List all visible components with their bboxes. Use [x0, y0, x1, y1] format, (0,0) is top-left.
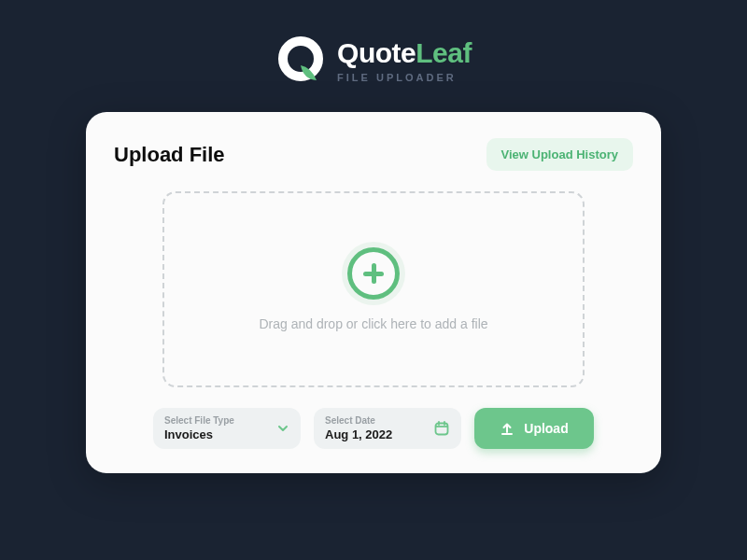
upload-button-label: Upload	[524, 421, 568, 436]
svg-point-0	[283, 41, 318, 77]
chevron-down-icon	[276, 422, 289, 435]
file-dropzone[interactable]: Drag and drop or click here to add a fil…	[162, 191, 585, 387]
view-history-button[interactable]: View Upload History	[486, 138, 633, 171]
controls-row: Select File Type Invoices Select Date Au…	[114, 408, 633, 449]
file-type-select[interactable]: Select File Type Invoices	[153, 408, 301, 449]
date-value: Aug 1, 2022	[325, 427, 392, 441]
svg-rect-1	[436, 424, 448, 435]
brand-name-a: Quote	[337, 37, 416, 68]
file-type-label: Select File Type	[164, 415, 234, 426]
brand-header: QuoteLeaf FILE UPLOADER	[275, 35, 472, 86]
dropzone-instruction: Drag and drop or click here to add a fil…	[259, 316, 487, 331]
brand-name-b: Leaf	[416, 37, 472, 68]
file-type-value: Invoices	[164, 427, 234, 441]
upload-card: Upload File View Upload History Drag and…	[86, 112, 661, 473]
quoteleaf-logo-icon	[275, 35, 326, 86]
calendar-icon	[433, 420, 450, 437]
date-select[interactable]: Select Date Aug 1, 2022	[314, 408, 461, 449]
page-title: Upload File	[114, 143, 225, 167]
date-label: Select Date	[325, 415, 392, 426]
plus-circle-icon	[347, 247, 400, 300]
upload-button[interactable]: Upload	[474, 408, 594, 449]
brand-subtitle: FILE UPLOADER	[337, 73, 472, 83]
card-header: Upload File View Upload History	[114, 138, 633, 171]
upload-icon	[500, 421, 514, 436]
brand-name: QuoteLeaf	[337, 39, 472, 67]
